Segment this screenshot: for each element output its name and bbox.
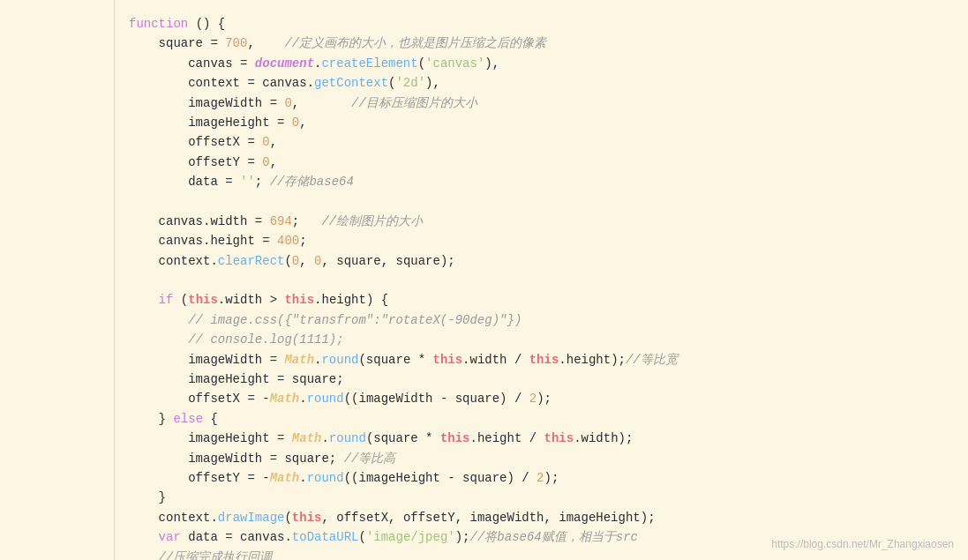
- code-line: offsetY = -Math.round((imageHeight - squ…: [129, 468, 954, 488]
- code-line: imageWidth = square; //等比高: [129, 449, 954, 468]
- code-line: canvas.height = 400;: [129, 231, 954, 250]
- code-line: // console.log(1111);: [129, 330, 954, 349]
- code-line: }: [129, 488, 954, 507]
- code-container: function () { square = 700, //定义画布的大小，也就…: [0, 0, 968, 560]
- code-line: context.drawImage(this, offsetX, offsetY…: [129, 508, 954, 527]
- code-line: imageHeight = square;: [129, 370, 954, 389]
- code-line: // image.css({"transfrom":"rotateX(-90de…: [129, 310, 954, 330]
- code-area: function () { square = 700, //定义画布的大小，也就…: [115, 7, 968, 560]
- watermark: https://blog.csdn.net/Mr_Zhangxiaosen: [771, 536, 954, 553]
- code-line: [129, 192, 954, 212]
- code-line: square = 700, //定义画布的大小，也就是图片压缩之后的像素: [129, 34, 954, 53]
- code-line: imageWidth = 0, //目标压缩图片的大小: [129, 93, 954, 113]
- code-line: context.clearRect(0, 0, square, square);: [129, 251, 954, 271]
- code-line: canvas = document.createElement('canvas'…: [129, 54, 954, 73]
- code-line: [129, 271, 954, 290]
- code-line: offsetX = -Math.round((imageWidth - squa…: [129, 389, 954, 408]
- code-line: offsetY = 0,: [129, 153, 954, 172]
- code-line: if (this.width > this.height) {: [129, 290, 954, 310]
- line-numbers: [0, 0, 115, 560]
- code-line: imageHeight = 0,: [129, 113, 954, 132]
- code-line: context = canvas.getContext('2d'),: [129, 73, 954, 93]
- code-line: imageHeight = Math.round(square * this.h…: [129, 429, 954, 448]
- code-line: } else {: [129, 409, 954, 429]
- code-line: function () {: [129, 14, 954, 34]
- code-line: canvas.width = 694; //绘制图片的大小: [129, 212, 954, 231]
- code-line: imageWidth = Math.round(square * this.wi…: [129, 350, 954, 370]
- code-line: offsetX = 0,: [129, 132, 954, 152]
- code-line: data = ''; //存储base64: [129, 172, 954, 191]
